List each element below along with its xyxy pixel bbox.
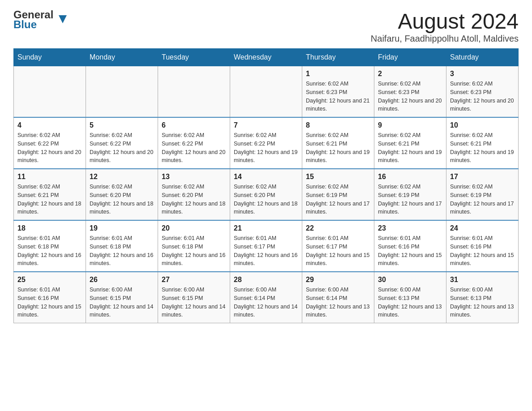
day-info: Sunrise: 6:01 AMSunset: 6:17 PMDaylight:… (234, 234, 298, 268)
day-number: 20 (162, 224, 226, 232)
calendar-cell: 15Sunrise: 6:02 AMSunset: 6:19 PMDayligh… (302, 169, 374, 220)
calendar-cell: 11Sunrise: 6:02 AMSunset: 6:21 PMDayligh… (14, 169, 86, 220)
day-info: Sunrise: 6:02 AMSunset: 6:22 PMDaylight:… (17, 131, 82, 165)
day-number: 8 (306, 121, 370, 129)
day-info: Sunrise: 6:02 AMSunset: 6:21 PMDaylight:… (17, 183, 82, 216)
day-number: 16 (378, 173, 442, 181)
calendar-cell: 25Sunrise: 6:01 AMSunset: 6:16 PMDayligh… (14, 272, 86, 323)
calendar-cell: 27Sunrise: 6:00 AMSunset: 6:15 PMDayligh… (158, 272, 230, 323)
day-number: 27 (162, 276, 226, 284)
header-thursday: Thursday (302, 49, 374, 66)
calendar-cell: 18Sunrise: 6:01 AMSunset: 6:18 PMDayligh… (14, 220, 86, 272)
header-monday: Monday (86, 49, 158, 66)
day-number: 24 (450, 224, 515, 232)
day-info: Sunrise: 6:01 AMSunset: 6:16 PMDaylight:… (17, 286, 82, 319)
day-info: Sunrise: 6:02 AMSunset: 6:19 PMDaylight:… (306, 183, 370, 216)
day-number: 11 (17, 173, 82, 181)
day-number: 28 (234, 276, 298, 284)
day-number: 2 (378, 70, 442, 78)
day-info: Sunrise: 6:02 AMSunset: 6:20 PMDaylight:… (234, 183, 298, 216)
day-number: 30 (378, 276, 442, 284)
calendar-cell: 20Sunrise: 6:01 AMSunset: 6:18 PMDayligh… (158, 220, 230, 272)
day-info: Sunrise: 6:00 AMSunset: 6:15 PMDaylight:… (90, 286, 154, 319)
day-number: 12 (90, 173, 154, 181)
day-number: 31 (450, 276, 515, 284)
calendar-cell: 21Sunrise: 6:01 AMSunset: 6:17 PMDayligh… (230, 220, 302, 272)
calendar-cell: 14Sunrise: 6:02 AMSunset: 6:20 PMDayligh… (230, 169, 302, 220)
calendar-cell: 7Sunrise: 6:02 AMSunset: 6:22 PMDaylight… (230, 117, 302, 169)
day-info: Sunrise: 6:00 AMSunset: 6:15 PMDaylight:… (162, 286, 226, 319)
calendar-week-row: 11Sunrise: 6:02 AMSunset: 6:21 PMDayligh… (14, 169, 519, 220)
day-number: 15 (306, 173, 370, 181)
header-sunday: Sunday (14, 49, 86, 66)
day-info: Sunrise: 6:01 AMSunset: 6:18 PMDaylight:… (90, 234, 154, 268)
day-number: 23 (378, 224, 442, 232)
day-number: 7 (234, 121, 298, 129)
day-number: 29 (306, 276, 370, 284)
header-friday: Friday (374, 49, 446, 66)
day-info: Sunrise: 6:02 AMSunset: 6:22 PMDaylight:… (162, 131, 226, 165)
calendar-cell: 8Sunrise: 6:02 AMSunset: 6:21 PMDaylight… (302, 117, 374, 169)
day-number: 1 (306, 70, 370, 78)
day-number: 26 (90, 276, 154, 284)
day-info: Sunrise: 6:01 AMSunset: 6:16 PMDaylight:… (378, 234, 442, 268)
calendar-cell: 17Sunrise: 6:02 AMSunset: 6:19 PMDayligh… (446, 169, 519, 220)
header-saturday: Saturday (446, 49, 519, 66)
day-info: Sunrise: 6:00 AMSunset: 6:13 PMDaylight:… (450, 286, 515, 319)
calendar-cell (86, 66, 158, 118)
calendar-cell: 31Sunrise: 6:00 AMSunset: 6:13 PMDayligh… (446, 272, 519, 323)
day-number: 25 (17, 276, 82, 284)
calendar-cell: 28Sunrise: 6:00 AMSunset: 6:14 PMDayligh… (230, 272, 302, 323)
day-info: Sunrise: 6:02 AMSunset: 6:23 PMDaylight:… (450, 80, 515, 113)
logo: General Blue (13, 9, 59, 31)
day-info: Sunrise: 6:02 AMSunset: 6:22 PMDaylight:… (234, 131, 298, 165)
page-header: General Blue August 2024 Naifaru, Faadhi… (13, 9, 519, 44)
day-number: 3 (450, 70, 515, 78)
calendar-cell: 4Sunrise: 6:02 AMSunset: 6:22 PMDaylight… (14, 117, 86, 169)
calendar-cell: 19Sunrise: 6:01 AMSunset: 6:18 PMDayligh… (86, 220, 158, 272)
calendar-week-row: 18Sunrise: 6:01 AMSunset: 6:18 PMDayligh… (14, 220, 519, 272)
calendar-cell: 1Sunrise: 6:02 AMSunset: 6:23 PMDaylight… (302, 66, 374, 118)
calendar-cell: 26Sunrise: 6:00 AMSunset: 6:15 PMDayligh… (86, 272, 158, 323)
calendar-cell: 24Sunrise: 6:01 AMSunset: 6:16 PMDayligh… (446, 220, 519, 272)
calendar-cell: 5Sunrise: 6:02 AMSunset: 6:22 PMDaylight… (86, 117, 158, 169)
day-number: 4 (17, 121, 82, 129)
calendar-cell (230, 66, 302, 118)
day-number: 10 (450, 121, 515, 129)
day-info: Sunrise: 6:02 AMSunset: 6:20 PMDaylight:… (90, 183, 154, 216)
day-number: 14 (234, 173, 298, 181)
calendar-cell: 2Sunrise: 6:02 AMSunset: 6:23 PMDaylight… (374, 66, 446, 118)
day-info: Sunrise: 6:01 AMSunset: 6:18 PMDaylight:… (162, 234, 226, 268)
calendar-cell: 16Sunrise: 6:02 AMSunset: 6:19 PMDayligh… (374, 169, 446, 220)
title-block: August 2024 Naifaru, Faadhippolhu Atoll,… (371, 9, 519, 44)
calendar-cell (158, 66, 230, 118)
logo-triangle-icon (59, 15, 67, 23)
day-info: Sunrise: 6:01 AMSunset: 6:17 PMDaylight:… (306, 234, 370, 268)
day-info: Sunrise: 6:00 AMSunset: 6:14 PMDaylight:… (234, 286, 298, 319)
calendar-cell: 22Sunrise: 6:01 AMSunset: 6:17 PMDayligh… (302, 220, 374, 272)
day-info: Sunrise: 6:02 AMSunset: 6:20 PMDaylight:… (162, 183, 226, 216)
calendar-cell: 9Sunrise: 6:02 AMSunset: 6:21 PMDaylight… (374, 117, 446, 169)
calendar-week-row: 1Sunrise: 6:02 AMSunset: 6:23 PMDaylight… (14, 66, 519, 118)
calendar-week-row: 4Sunrise: 6:02 AMSunset: 6:22 PMDaylight… (14, 117, 519, 169)
calendar-cell: 23Sunrise: 6:01 AMSunset: 6:16 PMDayligh… (374, 220, 446, 272)
day-number: 5 (90, 121, 154, 129)
logo-blue: Blue (13, 19, 37, 30)
calendar-table: SundayMondayTuesdayWednesdayThursdayFrid… (13, 48, 519, 323)
calendar-header-row: SundayMondayTuesdayWednesdayThursdayFrid… (14, 49, 519, 66)
header-tuesday: Tuesday (158, 49, 230, 66)
day-info: Sunrise: 6:02 AMSunset: 6:23 PMDaylight:… (306, 80, 370, 113)
day-info: Sunrise: 6:00 AMSunset: 6:13 PMDaylight:… (378, 286, 442, 319)
calendar-cell: 13Sunrise: 6:02 AMSunset: 6:20 PMDayligh… (158, 169, 230, 220)
calendar-cell (14, 66, 86, 118)
day-number: 21 (234, 224, 298, 232)
day-number: 17 (450, 173, 515, 181)
day-number: 18 (17, 224, 82, 232)
page-title: August 2024 (371, 9, 519, 34)
day-info: Sunrise: 6:01 AMSunset: 6:18 PMDaylight:… (17, 234, 82, 268)
calendar-cell: 29Sunrise: 6:00 AMSunset: 6:14 PMDayligh… (302, 272, 374, 323)
day-number: 9 (378, 121, 442, 129)
day-number: 22 (306, 224, 370, 232)
calendar-cell: 12Sunrise: 6:02 AMSunset: 6:20 PMDayligh… (86, 169, 158, 220)
calendar-week-row: 25Sunrise: 6:01 AMSunset: 6:16 PMDayligh… (14, 272, 519, 323)
